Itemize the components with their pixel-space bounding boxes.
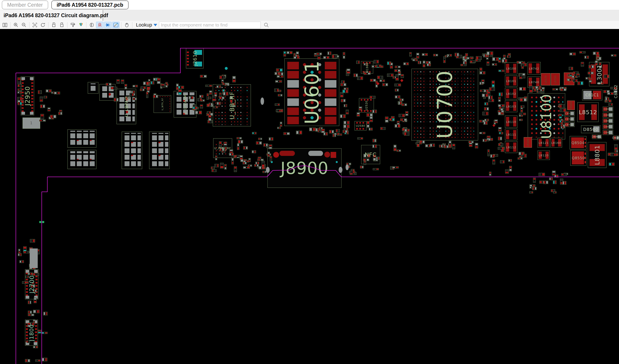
passive-component[interactable] bbox=[389, 118, 395, 121]
passive-component[interactable] bbox=[153, 95, 158, 98]
lookup-dropdown[interactable]: Lookup bbox=[136, 22, 157, 28]
passive-component[interactable] bbox=[211, 167, 215, 169]
passive-component[interactable] bbox=[509, 166, 512, 171]
passive-component[interactable] bbox=[589, 78, 592, 82]
passive-component[interactable] bbox=[397, 150, 401, 152]
passive-component[interactable] bbox=[374, 60, 379, 63]
passive-component[interactable] bbox=[114, 98, 119, 101]
red-lamp-button[interactable] bbox=[96, 22, 104, 28]
passive-component[interactable] bbox=[356, 61, 360, 64]
passive-component[interactable] bbox=[607, 92, 614, 95]
passive-component[interactable] bbox=[309, 128, 316, 131]
passive-component[interactable] bbox=[232, 76, 236, 82]
passive-component[interactable] bbox=[519, 74, 522, 79]
passive-component[interactable] bbox=[489, 138, 493, 141]
passive-component[interactable] bbox=[498, 127, 502, 131]
passive-component[interactable] bbox=[213, 106, 218, 108]
pcb-file-tab[interactable]: iPad6 A1954 820-01327.pcb bbox=[51, 0, 128, 9]
passive-component[interactable] bbox=[296, 131, 302, 134]
member-center-tab[interactable]: Member Center bbox=[2, 0, 48, 9]
passive-component[interactable] bbox=[19, 260, 24, 263]
passive-component[interactable] bbox=[608, 103, 613, 106]
passive-component[interactable] bbox=[392, 166, 399, 168]
passive-component[interactable] bbox=[238, 140, 243, 143]
passive-component[interactable] bbox=[395, 124, 400, 128]
passive-component[interactable] bbox=[498, 147, 505, 150]
passive-component[interactable] bbox=[444, 145, 449, 148]
passive-component[interactable] bbox=[498, 70, 504, 72]
passive-component[interactable] bbox=[397, 121, 400, 125]
passive-component[interactable] bbox=[35, 360, 40, 362]
passive-component[interactable] bbox=[449, 141, 451, 147]
passive-component[interactable] bbox=[287, 51, 292, 54]
component-L8103[interactable]: L8103 bbox=[505, 100, 518, 112]
passive-component[interactable] bbox=[467, 57, 473, 59]
passive-component[interactable] bbox=[197, 98, 202, 101]
passive-component[interactable] bbox=[219, 141, 222, 147]
passive-component[interactable] bbox=[492, 81, 495, 87]
passive-component[interactable] bbox=[508, 159, 512, 162]
passive-component[interactable] bbox=[560, 108, 566, 112]
passive-component[interactable] bbox=[395, 95, 400, 98]
passive-component[interactable] bbox=[262, 161, 265, 167]
passive-component[interactable] bbox=[521, 106, 524, 108]
passive-component[interactable] bbox=[275, 104, 280, 106]
passive-component[interactable] bbox=[346, 110, 349, 114]
passive-component[interactable] bbox=[484, 102, 488, 105]
passive-component[interactable] bbox=[573, 79, 577, 82]
passive-component[interactable] bbox=[609, 162, 615, 166]
component-L8512[interactable]: L8512 bbox=[577, 102, 599, 122]
passive-component[interactable] bbox=[387, 62, 391, 65]
passive-component[interactable] bbox=[17, 77, 21, 84]
passive-component[interactable] bbox=[317, 53, 322, 55]
passive-component[interactable] bbox=[28, 272, 33, 275]
passive-component[interactable] bbox=[276, 68, 282, 72]
passive-component[interactable] bbox=[33, 346, 38, 348]
passive-component[interactable] bbox=[277, 75, 283, 78]
passive-component[interactable] bbox=[484, 119, 489, 121]
passive-component[interactable] bbox=[364, 72, 371, 75]
passive-component[interactable] bbox=[363, 154, 370, 158]
passive-component[interactable] bbox=[494, 120, 498, 123]
component-L8801[interactable]: L8801 bbox=[588, 142, 606, 168]
passive-component[interactable] bbox=[54, 92, 60, 94]
component-L8160[interactable]: L8160 bbox=[550, 138, 562, 148]
passive-component[interactable] bbox=[38, 249, 40, 254]
passive-component[interactable] bbox=[205, 85, 212, 87]
passive-component[interactable] bbox=[489, 172, 491, 176]
passive-component[interactable] bbox=[422, 53, 428, 56]
passive-component[interactable] bbox=[248, 158, 251, 162]
passive-component[interactable] bbox=[230, 96, 233, 103]
passive-component[interactable] bbox=[539, 173, 545, 176]
passive-component[interactable] bbox=[219, 93, 221, 97]
passive-component[interactable] bbox=[344, 104, 347, 107]
passive-component[interactable] bbox=[329, 130, 334, 133]
passive-component[interactable] bbox=[581, 62, 584, 67]
passive-component[interactable] bbox=[498, 97, 501, 102]
passive-component[interactable] bbox=[263, 171, 266, 173]
paint-roller-button[interactable] bbox=[69, 22, 77, 28]
passive-component[interactable] bbox=[567, 79, 573, 81]
passive-component[interactable] bbox=[243, 166, 250, 169]
passive-component[interactable] bbox=[595, 61, 598, 65]
passive-component[interactable] bbox=[31, 284, 35, 288]
passive-component[interactable] bbox=[364, 161, 366, 165]
component-C8861[interactable]: C8861 bbox=[603, 130, 613, 135]
passive-component[interactable] bbox=[192, 107, 197, 109]
passive-component[interactable] bbox=[610, 87, 617, 89]
diode-button[interactable] bbox=[104, 22, 112, 28]
passive-component[interactable] bbox=[615, 150, 618, 153]
passive-component[interactable] bbox=[492, 63, 497, 66]
passive-component[interactable] bbox=[40, 96, 43, 102]
passive-component[interactable] bbox=[507, 55, 510, 58]
passive-component[interactable] bbox=[277, 127, 281, 129]
passive-component[interactable] bbox=[570, 73, 572, 77]
passive-component[interactable] bbox=[402, 104, 407, 106]
passive-component[interactable] bbox=[487, 52, 493, 55]
component-C8549[interactable]: C8549 bbox=[564, 122, 575, 127]
passive-component[interactable] bbox=[463, 56, 467, 59]
passive-component[interactable] bbox=[394, 84, 401, 86]
passive-component[interactable] bbox=[42, 358, 47, 361]
passive-component[interactable] bbox=[269, 145, 272, 149]
passive-component[interactable] bbox=[363, 159, 369, 161]
